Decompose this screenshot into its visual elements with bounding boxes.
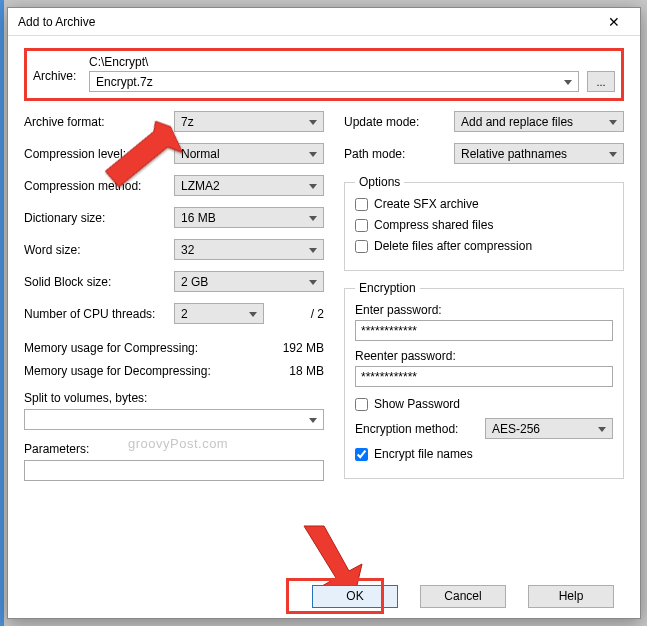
ok-button[interactable]: OK <box>312 585 398 608</box>
archive-highlight: Archive: C:\Encrypt\ Encrypt.7z ... <box>24 48 624 101</box>
word-select[interactable]: 32 <box>174 239 324 260</box>
options-group: Options Create SFX archive Compress shar… <box>344 175 624 271</box>
split-label: Split to volumes, bytes: <box>24 391 324 405</box>
compression-method-select[interactable]: LZMA2 <box>174 175 324 196</box>
button-bar: OK Cancel Help <box>8 574 640 618</box>
params-input[interactable] <box>24 460 324 481</box>
enc-method-select[interactable]: AES-256 <box>485 418 613 439</box>
show-password-checkbox[interactable] <box>355 398 368 411</box>
enc-method-label: Encryption method: <box>355 422 485 436</box>
enter-password-input[interactable] <box>355 320 613 341</box>
path-mode-label: Path mode: <box>344 147 454 161</box>
encrypt-names-label: Encrypt file names <box>374 447 473 461</box>
block-select[interactable]: 2 GB <box>174 271 324 292</box>
update-mode-select[interactable]: Add and replace files <box>454 111 624 132</box>
compression-level-select[interactable]: Normal <box>174 143 324 164</box>
show-password-label: Show Password <box>374 397 460 411</box>
dictionary-select[interactable]: 16 MB <box>174 207 324 228</box>
encrypt-names-checkbox[interactable] <box>355 448 368 461</box>
dictionary-label: Dictionary size: <box>24 211 174 225</box>
enter-password-label: Enter password: <box>355 303 613 317</box>
compression-level-label: Compression level: <box>24 147 174 161</box>
word-label: Word size: <box>24 243 174 257</box>
reenter-password-label: Reenter password: <box>355 349 613 363</box>
titlebar[interactable]: Add to Archive ✕ <box>8 8 640 36</box>
delete-label: Delete files after compression <box>374 239 532 253</box>
params-label: Parameters: <box>24 442 324 456</box>
cancel-button[interactable]: Cancel <box>420 585 506 608</box>
path-mode-select[interactable]: Relative pathnames <box>454 143 624 164</box>
encryption-group: Encryption Enter password: Reenter passw… <box>344 281 624 479</box>
threads-label: Number of CPU threads: <box>24 307 174 321</box>
split-select[interactable] <box>24 409 324 430</box>
shared-label: Compress shared files <box>374 218 493 232</box>
encryption-legend: Encryption <box>355 281 420 295</box>
archive-filename-input[interactable]: Encrypt.7z <box>89 71 579 92</box>
threads-total: / 2 <box>311 307 324 321</box>
browse-button[interactable]: ... <box>587 71 615 92</box>
update-mode-label: Update mode: <box>344 115 454 129</box>
compression-method-label: Compression method: <box>24 179 174 193</box>
threads-select[interactable]: 2 <box>174 303 264 324</box>
mem-decompress-label: Memory usage for Decompressing: <box>24 364 264 378</box>
mem-compress-label: Memory usage for Compressing: <box>24 341 264 355</box>
mem-decompress-value: 18 MB <box>264 364 324 378</box>
close-icon[interactable]: ✕ <box>594 10 634 34</box>
sfx-label: Create SFX archive <box>374 197 479 211</box>
options-legend: Options <box>355 175 404 189</box>
help-button[interactable]: Help <box>528 585 614 608</box>
archive-label: Archive: <box>33 55 89 83</box>
reenter-password-input[interactable] <box>355 366 613 387</box>
format-label: Archive format: <box>24 115 174 129</box>
shared-checkbox[interactable] <box>355 219 368 232</box>
format-select[interactable]: 7z <box>174 111 324 132</box>
archive-path: C:\Encrypt\ <box>89 55 615 71</box>
block-label: Solid Block size: <box>24 275 174 289</box>
dialog-window: Add to Archive ✕ Archive: C:\Encrypt\ En… <box>7 7 641 619</box>
sfx-checkbox[interactable] <box>355 198 368 211</box>
delete-checkbox[interactable] <box>355 240 368 253</box>
mem-compress-value: 192 MB <box>264 341 324 355</box>
window-title: Add to Archive <box>18 15 594 29</box>
